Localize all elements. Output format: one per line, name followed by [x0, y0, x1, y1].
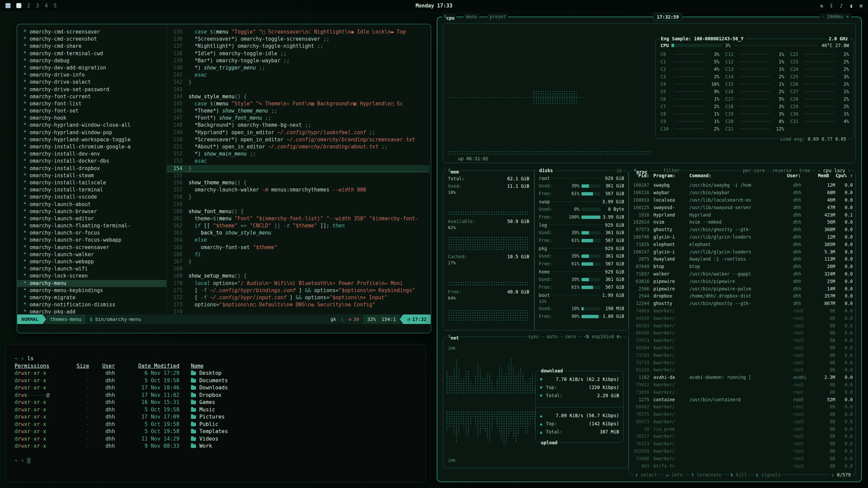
file-tree-item[interactable]: * omarchy-install-dropbox [17, 165, 166, 172]
sort-direction-icon[interactable]: ↑ [847, 173, 853, 178]
workspace-5[interactable]: 5 [54, 3, 57, 9]
process-row[interactable]: 1162avahi-daavahi-daemon: running [avahi… [632, 374, 853, 381]
file-tree-item[interactable]: * omarchy-font-current [17, 93, 166, 100]
file-tree-item[interactable]: * omarchy-notification-dismiss [17, 301, 166, 308]
file-tree-item[interactable]: * omarchy-dev-add-migration [17, 64, 166, 72]
file-tree-item[interactable]: * omarchy-cmd-screenshot [17, 36, 166, 43]
file-tree-item[interactable]: * omarchy-menu-keybindings [17, 287, 166, 294]
process-row[interactable]: 74733kworker/root0B0.0 [632, 359, 853, 366]
file-tree-item[interactable]: * omarchy-install-tailscale [17, 179, 166, 186]
file-tree-item[interactable]: * omarchy-launch-floating-terminal- [17, 222, 166, 229]
file-tree-item[interactable]: * omarchy-lock-screen [17, 272, 166, 280]
process-row[interactable]: 73656kworker/root0B0.0 [632, 388, 853, 396]
process-row[interactable]: 2506pipewire/usr/bin/pipewire-pulsedhh14… [632, 285, 853, 292]
process-row[interactable]: 16rcu_preeroot0B0.0 [632, 425, 853, 433]
diagnostics-badge[interactable]: ⊘30 [344, 314, 363, 324]
process-row[interactable]: 108033localsea/usr/lib/localsearch-exdhh… [632, 197, 853, 204]
file-tree-item[interactable]: * omarchy-cmd-share [17, 43, 166, 50]
process-row[interactable]: 74869kworker/root0B0.0 [632, 307, 853, 315]
net-sync-toggle[interactable]: sync [527, 333, 541, 340]
proc-action-terminate[interactable]: t terminate [690, 472, 723, 478]
process-row[interactable]: 76313kworker/root0B0.0 [632, 440, 853, 448]
process-row[interactable]: 108107swaybg/usr/bin/swaybg -i /homdhh12… [632, 182, 853, 189]
process-row[interactable]: 81310kworker/root0B0.0 [632, 366, 853, 374]
file-tree-item[interactable]: * omarchy-hook [17, 115, 166, 122]
process-row[interactable]: 803btrfs-trroot0B0.0 [632, 462, 853, 470]
workspace-4[interactable]: 4 [45, 3, 48, 9]
workspace-active[interactable] [16, 3, 21, 8]
file-tree-item[interactable]: * omarchy-migrate [17, 294, 166, 301]
update-interval-control[interactable]: - 2000ms + [820, 13, 851, 20]
proc-action-info[interactable]: ↵ info [665, 472, 684, 478]
file-tree-item[interactable]: * omarchy-launch-editor [17, 215, 166, 222]
process-row[interactable]: 72088kworker/root0B0.0 [632, 455, 853, 462]
file-tree-item[interactable]: * omarchy-install-docker-dbs [17, 158, 166, 165]
process-row[interactable]: 2075XwaylandXwayland :1 -rootless -dhh11… [632, 256, 853, 263]
volume-icon[interactable]: ♪ [840, 3, 843, 9]
process-row[interactable]: 68402kworker/root0B0.0 [632, 403, 853, 411]
process-row[interactable]: 71837walker/usr/bin/walker --gappldhh324… [632, 270, 853, 278]
process-row[interactable]: 1916HyprlandHyprlanddhh423M0.1 [632, 211, 853, 219]
bluetooth-icon[interactable]: ᛒ [830, 3, 833, 9]
process-row[interactable]: 102099kworker/root0B0.0 [632, 448, 853, 455]
file-tree-item[interactable]: * omarchy-install-chromium-google-a [17, 143, 166, 150]
process-row[interactable]: 72073kworker/root0B0.0 [632, 337, 853, 344]
prompt-line-2[interactable]: ~ › [15, 457, 426, 465]
process-row[interactable]: 106746glycin-i/usr/lib/glycin-loadersdhh… [632, 233, 853, 241]
editor-window[interactable]: * omarchy-cmd-screensaver * omarchy-cmd-… [17, 24, 431, 333]
process-row[interactable]: 73703kworker/root0B0.0 [632, 351, 853, 359]
proc-col-header[interactable]: Program: [653, 173, 689, 178]
btop-tab-cpu[interactable]: 1cpu [442, 13, 456, 21]
process-row[interactable]: 63816pipewire/usr/bin/pipewiredhh25M0.0 [632, 278, 853, 285]
proc-col-header[interactable]: MemB [809, 173, 829, 178]
file-tree-item[interactable]: * omarchy-install-steam [17, 172, 166, 179]
net-auto-toggle[interactable]: auto [545, 333, 559, 340]
battery-icon[interactable]: ▮ [850, 3, 853, 9]
process-row[interactable]: 102614nvimnvim --embeddhh56M0.0 [632, 219, 853, 226]
btop-menu-button[interactable]: menu [464, 13, 479, 20]
file-tree-item[interactable]: * omarchy-drive-set-password [17, 86, 166, 93]
proc-action-select[interactable]: ↕ select [634, 472, 658, 478]
workspace-2[interactable]: 2 [27, 3, 30, 9]
proc-action-kill[interactable]: k kill [729, 472, 748, 478]
code-area[interactable]: 135 case $(menu "Toggle" "□ Screensaver\… [167, 28, 430, 314]
process-row[interactable]: 12244ghostty/usr/bin/ghostty --gtk-dhh86… [632, 300, 853, 307]
process-row[interactable]: 76577kworker/root0B0.0 [632, 433, 853, 440]
file-tree-item[interactable]: * omarchy-font-list [17, 100, 166, 107]
process-row[interactable]: 108116waybar/usr/bin/waybardhh68M0.0 [632, 189, 853, 197]
proc-col-header[interactable]: Cpu% [829, 173, 847, 178]
file-tree-item[interactable]: * omarchy-debug [17, 57, 166, 64]
btop-preset-button[interactable]: preset [488, 13, 508, 20]
process-row[interactable]: 87573ghostty/usr/bin/ghostty --gtk-dhh36… [632, 226, 853, 233]
file-tree-item[interactable]: * omarchy-launch-or-focus [17, 229, 166, 237]
process-row[interactable]: 79032kworker/root0B0.0 [632, 381, 853, 389]
file-tree-item[interactable]: * omarchy-hyprland-window-close-all [17, 122, 166, 129]
file-tree-item[interactable]: * omarchy-install-terminal [17, 186, 166, 194]
process-row[interactable]: 68583kworker/root0B0.0 [632, 322, 853, 329]
process-row[interactable]: 68584kworker/root0B0.0 [632, 344, 853, 352]
file-tree-item[interactable]: * omarchy-launch-wifi [17, 265, 166, 272]
proc-col-header[interactable]: User: [787, 173, 809, 178]
file-tree-item[interactable]: * omarchy-pkg-add [17, 308, 166, 314]
file-tree-item[interactable]: * omarchy-font-set [17, 107, 166, 115]
file-tree-item[interactable]: * omarchy-launch-screensaver [17, 244, 166, 251]
file-tree-item[interactable]: * omarchy-launch-walker [17, 251, 166, 258]
process-row[interactable]: 108125swayosd-/usr/lib/swayosd-serverdhh… [632, 204, 853, 211]
file-tree-item[interactable]: * omarchy-hyprland-window-pop [17, 129, 166, 136]
file-tree-item[interactable]: * omarchy-drive-select [17, 79, 166, 86]
process-row[interactable]: 94540kworker/root0B0.0 [632, 314, 853, 322]
file-tree-item[interactable]: * omarchy-install-vscode [17, 194, 166, 201]
proc-col-header[interactable]: Pid: [632, 173, 653, 178]
file-tree-item[interactable]: * omarchy-install-dev-env [17, 150, 166, 158]
settings-icon[interactable]: ⚙ [860, 3, 863, 9]
net-interface-selector[interactable]: ‹b enp191s0 n› [582, 333, 624, 340]
terminal-window[interactable]: ~ › ls PermissionsSizeUserDate ModifiedN… [5, 344, 426, 483]
btop-window[interactable]: 1cpu menu preset 17:32:59 - 2000ms + Eng… [437, 17, 862, 482]
file-tree-item[interactable]: * omarchy-drive-info [17, 72, 166, 79]
file-tree-item[interactable]: * omarchy-cmd-screensaver [17, 28, 166, 36]
process-row[interactable]: 2544dropbox/home/dhh/.dropbox-distdhh357… [632, 292, 853, 300]
workspace-3[interactable]: 3 [36, 3, 39, 9]
process-row[interactable]: 68586kworker/root0B0.0 [632, 329, 853, 337]
file-tree-item[interactable]: * omarchy-launch-or-focus-webapp [17, 237, 166, 244]
file-tree-item[interactable]: * omarchy-launch-about [17, 201, 166, 208]
